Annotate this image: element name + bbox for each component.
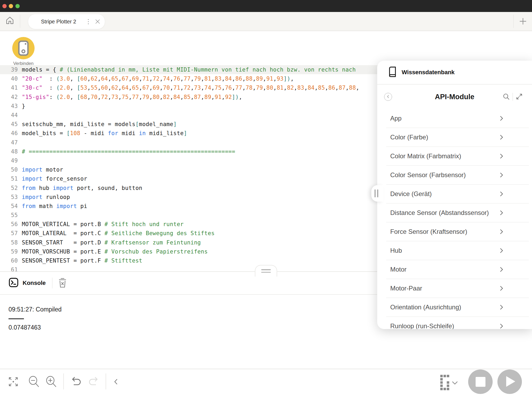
kb-item-label: Motor	[386, 266, 406, 273]
chevron-right-icon	[498, 228, 505, 235]
chevron-right-icon	[498, 247, 505, 254]
kb-item-color[interactable]: Color (Farbe)	[386, 128, 529, 147]
knowledge-panel-title: Wissensdatenbank	[402, 69, 455, 76]
kb-item-label: Color Sensor (Farbsensor)	[386, 171, 466, 179]
kb-item-runloop[interactable]: Runloop (run-Schleife)	[386, 317, 529, 329]
code-text: MOTOR_VERTICAL = port.B # Stift hoch und…	[22, 221, 184, 227]
close-window-button[interactable]	[2, 4, 7, 8]
undo-icon	[70, 375, 82, 389]
kb-item-device[interactable]: Device (Gerät)	[386, 185, 529, 203]
code-text: from hub import port, sound, button	[22, 185, 142, 191]
line-number: 45	[0, 121, 18, 127]
line-number: 40	[0, 76, 18, 82]
chevron-left-icon	[112, 378, 120, 386]
line-number: 43	[0, 103, 18, 109]
code-text: SENSOR_PENTEST = port.F # Stifttest	[22, 257, 142, 264]
kb-item-force-sensor[interactable]: Force Sensor (Kraftsensor)	[386, 222, 529, 241]
zoom-window-button[interactable]	[15, 4, 20, 8]
kb-item-orientation[interactable]: Orientation (Ausrichtung)	[386, 298, 529, 317]
line-number: 49	[0, 157, 18, 164]
expand-panel-button[interactable]	[513, 93, 526, 101]
chevron-right-icon	[498, 304, 505, 311]
fit-to-screen-button[interactable]	[7, 376, 19, 388]
redo-button[interactable]	[87, 375, 101, 389]
chevron-right-icon	[498, 323, 505, 329]
line-number: 44	[0, 112, 18, 118]
line-number: 41	[0, 85, 18, 91]
zoom-out-button[interactable]	[27, 375, 41, 389]
search-button[interactable]	[500, 93, 513, 101]
kb-item-motor[interactable]: Motor	[386, 260, 529, 279]
zoom-in-icon	[45, 375, 58, 389]
tab-title: Stripe Plotter 2	[41, 19, 76, 25]
kb-item-label: Orientation (Ausrichtung)	[386, 304, 461, 311]
chevron-down-icon	[451, 379, 459, 388]
play-icon	[504, 376, 515, 388]
zoom-in-button[interactable]	[44, 375, 58, 389]
new-tab-button[interactable]	[517, 15, 529, 28]
line-number: 42	[0, 94, 18, 100]
home-icon	[5, 16, 14, 26]
kb-item-distance-sensor[interactable]: Distance Sensor (Abstandssensor)	[386, 203, 529, 222]
line-number: 52	[0, 185, 18, 191]
code-text: "30-c" : (2.0, [53,55,60,62,64,65,67,69,…	[22, 85, 359, 91]
kb-item-label: Color (Farbe)	[386, 134, 428, 141]
line-number: 50	[0, 167, 18, 173]
undo-button[interactable]	[69, 375, 83, 389]
code-text: "15-gis": (2.0, [68,70,72,73,75,77,79,80…	[22, 94, 242, 100]
pixel-display-icon	[440, 375, 449, 391]
tabbar-divider-right	[513, 15, 514, 28]
book-icon	[388, 66, 397, 78]
hub-icon	[12, 37, 35, 59]
code-text: models = { # (Linienabstand in mm, Liste…	[22, 66, 356, 73]
line-number: 57	[0, 230, 18, 236]
project-tab[interactable]: Stripe Plotter 2 ⋮	[28, 14, 105, 29]
api-module-header: API-Module	[377, 85, 532, 109]
redo-icon	[87, 375, 100, 389]
line-number: 55	[0, 212, 18, 218]
kb-item-label: Device (Gerät)	[386, 190, 432, 198]
kb-item-app[interactable]: App	[386, 109, 529, 128]
code-text: # ======================================…	[22, 148, 235, 155]
kb-item-motor-paar[interactable]: Motor-Paar	[386, 279, 529, 298]
code-text: import force_sensor	[22, 176, 87, 182]
code-text: import runloop	[22, 194, 70, 200]
code-text: MOTOR_LATERAL = port.C # Seitliche Beweg…	[22, 230, 215, 236]
line-number: 46	[0, 130, 18, 136]
kb-item-hub[interactable]: Hub	[386, 241, 529, 260]
tab-menu-icon[interactable]: ⋮	[84, 18, 93, 25]
clear-console-button[interactable]	[58, 278, 67, 289]
expand-icon	[516, 93, 523, 101]
line-number: 58	[0, 239, 18, 246]
kb-item-label: Hub	[386, 247, 402, 254]
slot-dropdown-button[interactable]	[450, 378, 460, 388]
minimize-window-button[interactable]	[9, 4, 13, 8]
collapse-left-button[interactable]	[110, 376, 122, 388]
kb-item-label: Color Matrix (Farbmatrix)	[386, 152, 461, 160]
console-separator	[9, 318, 24, 319]
kb-item-color-sensor[interactable]: Color Sensor (Farbsensor)	[386, 166, 529, 185]
line-number: 56	[0, 221, 18, 227]
chevron-right-icon	[498, 285, 505, 292]
tab-close-icon[interactable]	[95, 19, 101, 24]
line-number: 53	[0, 194, 18, 200]
connect-button[interactable]: Verbinden	[8, 37, 39, 66]
kb-item-color-matrix[interactable]: Color Matrix (Farbmatrix)	[386, 147, 529, 166]
code-text: }	[22, 103, 25, 109]
stop-icon	[476, 377, 485, 387]
home-button[interactable]	[4, 15, 16, 27]
hub-slot-button[interactable]	[439, 374, 451, 392]
line-number: 47	[0, 139, 18, 146]
stop-button[interactable]	[468, 369, 493, 394]
run-button[interactable]	[497, 369, 522, 394]
fit-to-screen-icon	[8, 376, 19, 388]
app-window: Stripe Plotter 2 ⋮ Verbinden 39models = …	[0, 0, 532, 399]
api-module-list: AppColor (Farbe)Color Matrix (Farbmatrix…	[377, 109, 532, 329]
kb-item-label: Force Sensor (Kraftsensor)	[386, 228, 467, 235]
code-text: model_bits = [108 - midi for midi in mid…	[22, 130, 187, 136]
code-text: from math import pi	[22, 203, 87, 209]
console-resize-handle[interactable]	[255, 265, 277, 277]
tab-bar: Stripe Plotter 2 ⋮	[0, 12, 532, 31]
chevron-right-icon	[498, 153, 505, 160]
panel-drag-handle[interactable]	[371, 185, 384, 202]
